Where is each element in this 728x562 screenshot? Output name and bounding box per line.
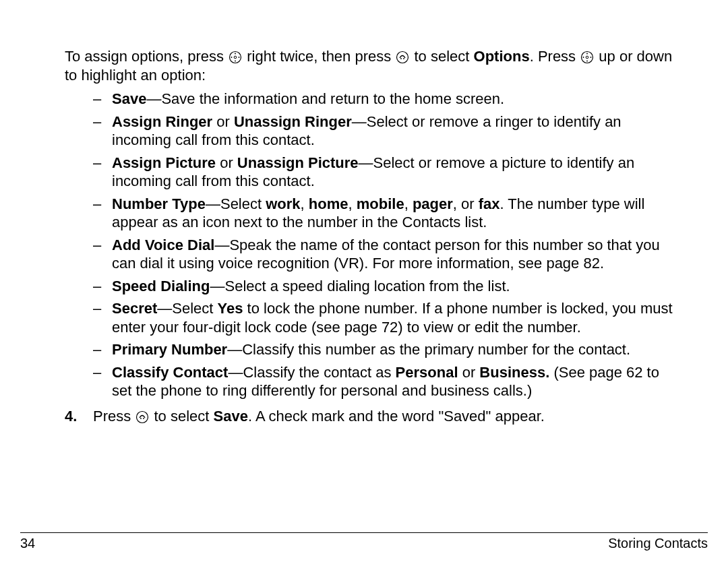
step-number: 4.: [65, 407, 93, 427]
svg-point-12: [586, 61, 588, 62]
list-item: Secret—Select Yes to lock the phone numb…: [93, 299, 674, 336]
list-item: Number Type—Select work, home, mobile, p…: [93, 195, 674, 232]
option-text: or: [458, 364, 480, 381]
page-number: 34: [20, 536, 35, 551]
list-item: Classify Contact—Classify the contact as…: [93, 363, 674, 400]
list-item: Primary Number—Classify this number as t…: [93, 340, 674, 359]
svg-point-4: [231, 57, 233, 58]
list-item: Speed Dialing—Select a speed dialing loc…: [93, 277, 674, 296]
option-label: Save: [112, 90, 146, 107]
option-text: ,: [348, 195, 357, 212]
svg-point-1: [234, 56, 237, 59]
personal-label: Personal: [396, 364, 458, 381]
option-label: Assign Ringer: [112, 113, 212, 130]
options-label: Options: [474, 48, 530, 65]
option-desc: —Classify this number as the primary num…: [227, 341, 630, 358]
svg-point-8: [403, 58, 404, 59]
option-text: or: [216, 154, 237, 171]
list-item: Add Voice Dial—Speak the name of the con…: [93, 236, 674, 273]
list-item: Assign Ringer or Unassign Ringer—Select …: [93, 113, 674, 150]
option-text: or: [212, 113, 234, 130]
option-label: Secret: [112, 300, 157, 317]
options-list: Save—Save the information and return to …: [65, 90, 674, 400]
svg-point-11: [586, 53, 588, 55]
yes-label: Yes: [218, 300, 243, 317]
option-label: Primary Number: [112, 341, 227, 358]
mobile-label: mobile: [357, 195, 404, 212]
option-desc: —Save the information and return to the …: [146, 90, 504, 107]
step-body: Press to select Save. A check mark and t…: [93, 407, 674, 427]
page: To assign options, press right twice, th…: [0, 0, 728, 562]
intro-text: right twice, then press: [247, 48, 395, 65]
svg-point-13: [583, 57, 584, 58]
option-text: ,: [301, 195, 309, 212]
option-label: Number Type: [112, 195, 206, 212]
ok-key-icon: [396, 51, 409, 64]
intro-text: to select: [415, 48, 474, 65]
list-item: Save—Save the information and return to …: [93, 90, 674, 108]
option-label: Unassign Ringer: [234, 113, 352, 130]
svg-point-5: [239, 57, 240, 58]
svg-point-10: [586, 56, 588, 59]
option-text: , or: [453, 195, 479, 212]
intro-text: . Press: [530, 48, 580, 65]
ok-key-icon: [135, 410, 149, 424]
option-text: —Classify the contact as: [228, 364, 395, 381]
intro-paragraph: To assign options, press right twice, th…: [65, 47, 674, 84]
save-label: Save: [214, 408, 248, 425]
option-label: Assign Picture: [112, 154, 216, 171]
nav-key-icon: [229, 51, 242, 64]
pager-label: pager: [413, 195, 453, 212]
svg-point-16: [140, 418, 142, 419]
step-text: . A check mark and the word "Saved" appe…: [248, 408, 545, 425]
option-label: Speed Dialing: [112, 278, 210, 294]
svg-point-6: [397, 52, 408, 63]
page-footer: 34 Storing Contacts: [20, 532, 708, 551]
home-label: home: [309, 195, 348, 212]
option-label: Unassign Picture: [237, 154, 359, 171]
step-text: Press: [93, 408, 135, 425]
option-label: Add Voice Dial: [112, 237, 214, 253]
svg-point-7: [400, 58, 402, 59]
svg-point-14: [590, 57, 592, 58]
step-4: 4. Press to select Save. A check mark an…: [65, 407, 674, 427]
option-text: ,: [404, 195, 413, 212]
option-text: —Select: [206, 195, 266, 212]
option-text: —Select: [157, 300, 217, 317]
svg-point-15: [137, 411, 148, 423]
business-label: Business.: [479, 364, 549, 381]
svg-point-3: [235, 61, 236, 62]
intro-text: To assign options, press: [65, 48, 228, 65]
list-item: Assign Picture or Unassign Picture—Selec…: [93, 154, 674, 191]
step-text: to select: [154, 408, 213, 425]
fax-label: fax: [479, 195, 500, 212]
option-desc: —Select a speed dialing location from th…: [210, 278, 510, 294]
section-title: Storing Contacts: [608, 536, 708, 551]
nav-key-icon: [580, 51, 594, 64]
svg-point-2: [235, 53, 236, 55]
work-label: work: [266, 195, 300, 212]
svg-point-17: [143, 418, 144, 419]
option-label: Classify Contact: [112, 364, 228, 381]
